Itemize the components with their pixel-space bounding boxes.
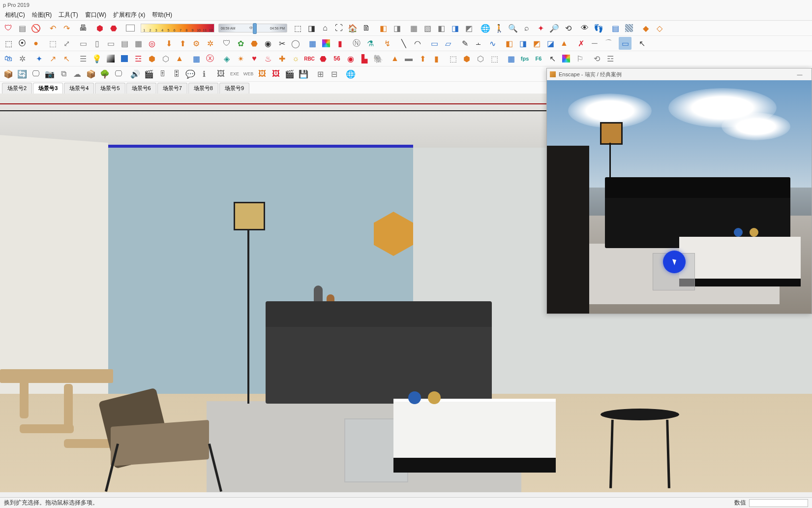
disc-icon[interactable]: ● (30, 37, 42, 50)
scene-tab-4[interactable]: 场景号4 (64, 83, 94, 94)
cube-iso-icon[interactable]: ⬚ (447, 52, 459, 65)
camera-icon[interactable]: 📷 (43, 67, 56, 80)
import-icon[interactable]: ⬇ (162, 37, 175, 50)
grid-icon[interactable]: ▦ (306, 37, 319, 50)
shaded-icon[interactable]: ◧ (435, 22, 448, 34)
shop-icon[interactable]: 🛍 (2, 52, 15, 65)
cube-o-icon[interactable]: ⬢ (460, 52, 473, 65)
gear-orange-icon[interactable]: ⚙ (190, 37, 203, 50)
blob-icon[interactable]: ⬣ (248, 37, 261, 50)
doc-icon[interactable]: 🗎 (360, 22, 373, 34)
diamond2-icon[interactable]: ◇ (653, 22, 666, 34)
box3d-icon[interactable]: ◨ (305, 22, 318, 34)
sel-lasso-icon[interactable]: ▱ (442, 37, 454, 50)
num-circle-icon[interactable]: Ⓝ (350, 37, 363, 50)
flag-icon[interactable]: ▮ (333, 37, 346, 50)
web-icon[interactable]: WEB (242, 67, 255, 80)
zoom-ext-icon[interactable]: 🔎 (548, 22, 561, 34)
up-arrow-icon[interactable]: ⬆ (416, 52, 429, 65)
panel-1-icon[interactable]: ▭ (77, 37, 90, 50)
pencil-icon[interactable]: ✎ (458, 37, 471, 50)
panel-4-icon[interactable]: ▤ (118, 37, 131, 50)
box-orange-icon[interactable]: 📦 (2, 67, 15, 80)
menu-help[interactable]: 帮助(H) (149, 10, 175, 20)
diamond-icon[interactable]: ◆ (639, 22, 652, 34)
cut-x-icon[interactable]: ✗ (574, 37, 587, 50)
swirl-icon[interactable]: ◉ (344, 52, 357, 65)
gear2-icon[interactable]: ✲ (204, 37, 216, 50)
fire-icon[interactable]: ♨ (262, 52, 274, 65)
save-icon[interactable]: 💾 (297, 67, 310, 80)
comp-icon[interactable]: ✴ (234, 52, 247, 65)
resize-icon[interactable]: ⤢ (60, 37, 73, 50)
bar-icon[interactable]: ▬ (402, 52, 415, 65)
sliders-icon[interactable]: 🎚 (156, 67, 169, 80)
f6-icon[interactable]: F6 (532, 52, 545, 65)
line-icon[interactable]: ╲ (397, 37, 410, 50)
video-icon[interactable]: 🎬 (143, 67, 155, 80)
exe-icon[interactable]: EXE (228, 67, 241, 80)
img-icon[interactable]: 🖼 (214, 67, 227, 80)
ruler-icon[interactable]: ⫠ (472, 37, 485, 50)
hidden-icon[interactable]: ▧ (421, 22, 434, 34)
lifering-icon[interactable]: ◎ (146, 37, 158, 50)
board-icon[interactable]: ▮ (430, 52, 443, 65)
bw-icon[interactable] (104, 52, 117, 65)
target-icon[interactable]: ✦ (534, 22, 547, 34)
status-value-field[interactable] (749, 499, 808, 507)
arrow-nw-icon[interactable]: ↖ (60, 52, 73, 65)
swap-icon[interactable]: ⟲ (590, 52, 603, 65)
menu-camera[interactable]: 相机(C) (2, 10, 28, 20)
list-icon[interactable]: ☰ (77, 52, 90, 65)
zoom-window-icon[interactable]: ⌕ (520, 22, 533, 34)
sliders2-icon[interactable]: 🎛 (170, 67, 183, 80)
warehouse-alt-icon[interactable]: ⬣ (107, 22, 120, 34)
cross-icon[interactable]: ✚ (275, 52, 288, 65)
window-icon[interactable]: ⊞ (314, 67, 327, 80)
eleph-icon[interactable]: 🐘 (372, 52, 385, 65)
select-box-icon[interactable]: ⬚ (46, 37, 59, 50)
globe2-icon[interactable]: 🌐 (344, 67, 357, 80)
house2-icon[interactable]: 🏠 (346, 22, 359, 34)
curve2-icon[interactable]: ⌒ (602, 37, 615, 50)
enscape-minimize-button[interactable]: — (791, 68, 809, 80)
menu-tools[interactable]: 工具(T) (56, 10, 81, 20)
clapper-icon[interactable]: 🎬 (283, 67, 296, 80)
scene-tab-2[interactable]: 场景号2 (2, 83, 32, 94)
cube2-icon[interactable]: ◨ (391, 22, 403, 34)
scene-tab-7[interactable]: 场景号7 (157, 83, 187, 94)
tag-icon[interactable]: ⚐ (573, 52, 586, 65)
prev-view-icon[interactable]: ⟲ (562, 22, 574, 34)
speaker-icon[interactable]: 🔊 (129, 67, 142, 80)
fps-icon[interactable]: fps (518, 52, 531, 65)
screen2-icon[interactable]: 🖵 (112, 67, 125, 80)
box-a-icon[interactable]: 📦 (85, 67, 97, 80)
brick-icon[interactable]: ▦ (505, 52, 517, 65)
grid4-icon[interactable]: ▦ (190, 52, 203, 65)
layers-icon[interactable]: ▤ (609, 22, 622, 34)
window2-icon[interactable]: ⊟ (328, 67, 340, 80)
cone-icon[interactable]: ▲ (173, 52, 186, 65)
dash-icon[interactable]: ─ (588, 37, 601, 50)
gem-icon[interactable]: ◈ (220, 52, 233, 65)
tree-icon[interactable]: 🌳 (98, 67, 111, 80)
shield-r-icon[interactable]: ⬣ (317, 52, 330, 65)
mono-icon[interactable]: ◩ (462, 22, 475, 34)
zoom-icon[interactable]: 🔍 (507, 22, 519, 34)
enscape-titlebar[interactable]: Enscape - 瑞宾 / 经典案例 — (547, 68, 812, 80)
cube1-icon[interactable]: ◧ (377, 22, 390, 34)
blue-sq-icon[interactable] (118, 52, 131, 65)
sky-sel-icon[interactable]: ▭ (619, 37, 632, 50)
box-o1-icon[interactable]: ◧ (503, 37, 515, 50)
shaded-tx-icon[interactable]: ◨ (449, 22, 461, 34)
colors-icon[interactable] (320, 37, 332, 50)
arch-icon[interactable]: ⛶ (332, 22, 345, 34)
leaf-icon[interactable]: ✿ (234, 37, 247, 50)
lamp-icon[interactable]: ☼ (289, 52, 302, 65)
wire-icon[interactable]: ▦ (407, 22, 420, 34)
hatch-icon[interactable] (623, 22, 635, 34)
circle-dot-icon[interactable]: ◉ (262, 37, 274, 50)
cube-g-icon[interactable]: ⬡ (474, 52, 487, 65)
bulb-icon[interactable]: 💡 (90, 52, 103, 65)
export-icon[interactable]: ⬆ (176, 37, 189, 50)
